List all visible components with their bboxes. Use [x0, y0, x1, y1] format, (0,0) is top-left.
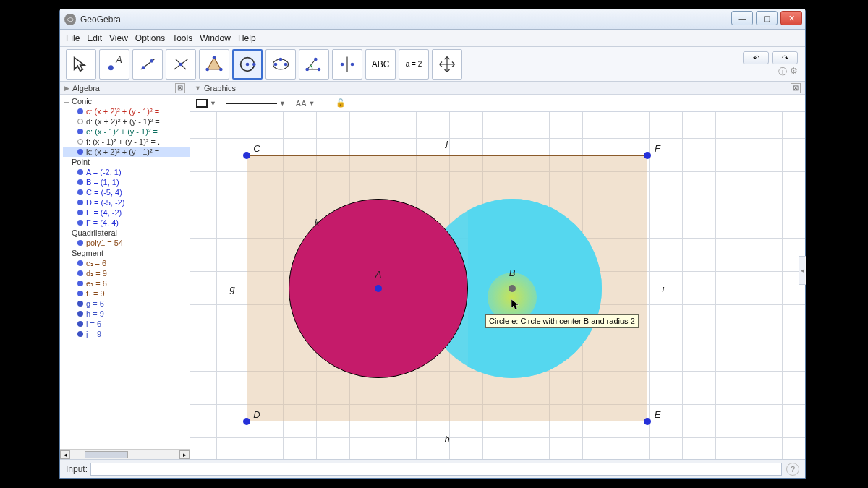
point-A[interactable] [375, 285, 382, 292]
line-style-picker[interactable]: ▼ [226, 100, 286, 107]
tool-point[interactable]: A [99, 49, 129, 80]
scroll-left-icon[interactable]: ◂ [60, 450, 70, 459]
menu-tools[interactable]: Tools [172, 33, 192, 43]
titlebar[interactable]: ⬭ GeoGebra — ▢ ✕ [60, 9, 805, 30]
algebra-item[interactable]: e₁ = 6 [63, 278, 190, 288]
graphics-title: Graphics [204, 84, 236, 93]
graphics-header[interactable]: ▼ Graphics ⊠ [190, 82, 805, 95]
lock-icon[interactable]: 🔓 [336, 98, 346, 108]
graphics-canvas[interactable]: ABCDEFghijkCircle e: Circle with center … [190, 112, 805, 459]
visibility-dot-icon[interactable] [77, 321, 83, 327]
menu-options[interactable]: Options [135, 33, 165, 43]
category-segment[interactable]: Segment [63, 248, 190, 258]
visibility-dot-icon[interactable] [77, 200, 83, 205]
point-E[interactable] [644, 418, 651, 425]
visibility-dot-icon[interactable] [77, 139, 83, 145]
point-F[interactable] [644, 152, 651, 159]
algebra-item[interactable]: e: (x - 1)² + (y - 1)² = [63, 127, 190, 137]
algebra-item-label: c: (x + 2)² + (y - 1)² = [86, 106, 159, 116]
algebra-item[interactable]: d₁ = 9 [63, 268, 190, 278]
algebra-item[interactable]: poly1 = 54 [63, 238, 190, 248]
algebra-scrollbar[interactable]: ◂ ▸ [60, 449, 190, 459]
algebra-item[interactable]: g = 6 [63, 299, 190, 309]
visibility-dot-icon[interactable] [77, 129, 83, 134]
visibility-dot-icon[interactable] [77, 301, 83, 307]
tool-move-view[interactable] [432, 49, 462, 80]
help-icon[interactable]: ? [786, 463, 799, 476]
tool-reflect[interactable] [332, 49, 362, 80]
scroll-thumb[interactable] [85, 451, 128, 458]
close-button[interactable]: ✕ [780, 11, 802, 25]
maximize-button[interactable]: ▢ [756, 11, 778, 25]
visibility-dot-icon[interactable] [77, 240, 83, 246]
fill-style-picker[interactable]: ▼ [196, 99, 216, 108]
undo-button[interactable]: ↶ [743, 51, 769, 64]
algebra-item[interactable]: f: (x - 1)² + (y - 1)² = . [63, 137, 190, 147]
tool-text[interactable]: ABC [365, 49, 396, 80]
tool-angle[interactable] [299, 49, 329, 80]
algebra-item[interactable]: k: (x + 2)² + (y - 1)² = [63, 147, 190, 157]
point-D[interactable] [243, 418, 250, 425]
algebra-item[interactable]: i = 6 [63, 319, 190, 329]
algebra-tree[interactable]: Conicc: (x + 2)² + (y - 1)² =d: (x + 2)²… [60, 95, 190, 449]
visibility-dot-icon[interactable] [77, 281, 83, 286]
visibility-dot-icon[interactable] [77, 189, 83, 195]
close-icon[interactable]: ⊠ [791, 83, 801, 93]
algebra-item[interactable]: c₁ = 6 [63, 258, 190, 268]
menu-window[interactable]: Window [200, 33, 231, 43]
visibility-dot-icon[interactable] [77, 270, 83, 276]
visibility-dot-icon[interactable] [77, 119, 83, 124]
visibility-dot-icon[interactable] [77, 179, 83, 185]
algebra-item[interactable]: f₁ = 9 [63, 288, 190, 299]
minimize-button[interactable]: — [731, 11, 753, 25]
tool-circle[interactable] [232, 49, 263, 80]
tool-move[interactable] [66, 49, 96, 80]
visibility-dot-icon[interactable] [77, 149, 83, 155]
side-expand-icon[interactable]: ◂ [799, 256, 806, 285]
input-field[interactable] [90, 463, 782, 476]
algebra-item[interactable]: j = 9 [63, 329, 190, 339]
help-icon[interactable]: ⓘ [778, 66, 787, 78]
category-quadrilateral[interactable]: Quadrilateral [63, 228, 190, 238]
visibility-dot-icon[interactable] [77, 220, 83, 226]
point-C[interactable] [243, 152, 250, 159]
algebra-item[interactable]: D = (-5, -2) [63, 197, 190, 207]
algebra-item[interactable]: E = (4, -2) [63, 207, 190, 218]
tool-perpendicular[interactable] [166, 49, 196, 80]
tool-slider[interactable]: a = 2 [399, 49, 429, 80]
menu-file[interactable]: File [66, 33, 80, 43]
category-conic[interactable]: Conic [63, 96, 190, 106]
algebra-item[interactable]: F = (4, 4) [63, 218, 190, 228]
algebra-item[interactable]: c: (x + 2)² + (y - 1)² = [63, 106, 190, 116]
tool-ellipse[interactable] [265, 49, 296, 80]
close-icon[interactable]: ⊠ [175, 83, 185, 93]
settings-icon[interactable]: ⚙ [790, 66, 798, 78]
menu-help[interactable]: Help [238, 33, 256, 43]
redo-button[interactable]: ↷ [772, 51, 798, 64]
algebra-item[interactable]: h = 9 [63, 309, 190, 319]
visibility-dot-icon[interactable] [77, 169, 83, 175]
menu-edit[interactable]: Edit [87, 33, 102, 43]
algebra-item-label: f: (x - 1)² + (y - 1)² = . [86, 137, 160, 147]
collapse-icon[interactable]: ▼ [195, 85, 201, 92]
visibility-dot-icon[interactable] [77, 210, 83, 215]
visibility-dot-icon[interactable] [77, 291, 83, 296]
category-point[interactable]: Point [63, 157, 190, 167]
collapse-icon[interactable]: ▶ [64, 85, 69, 92]
algebra-header[interactable]: ▶ Algebra ⊠ [60, 82, 190, 95]
algebra-item[interactable]: A = (-2, 1) [63, 167, 190, 177]
visibility-dot-icon[interactable] [77, 260, 83, 266]
tool-polygon[interactable] [199, 49, 229, 80]
font-size-picker[interactable]: AA▼ [296, 99, 315, 108]
visibility-dot-icon[interactable] [77, 311, 83, 317]
menu-view[interactable]: View [109, 33, 128, 43]
scroll-right-icon[interactable]: ▸ [179, 450, 190, 459]
svg-point-23 [341, 62, 344, 66]
tool-line[interactable] [132, 49, 163, 80]
algebra-item[interactable]: C = (-5, 4) [63, 187, 190, 197]
point-B[interactable] [509, 285, 516, 292]
visibility-dot-icon[interactable] [77, 108, 83, 114]
visibility-dot-icon[interactable] [77, 331, 83, 337]
algebra-item[interactable]: d: (x + 2)² + (y - 1)² = [63, 116, 190, 127]
algebra-item[interactable]: B = (1, 1) [63, 177, 190, 187]
